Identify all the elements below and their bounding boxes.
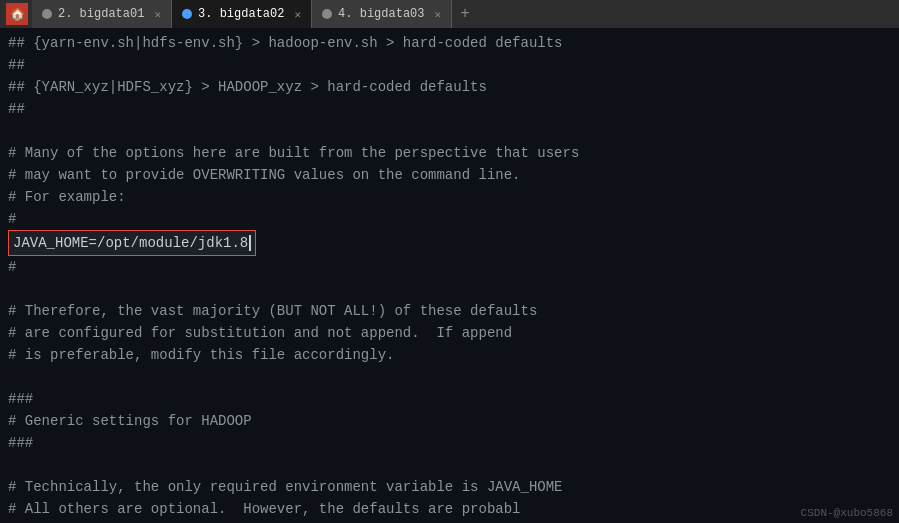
line-18: # Generic settings for HADOOP (8, 410, 891, 432)
java-home-line: JAVA_HOME=/opt/module/jdk1.8 (8, 230, 256, 256)
line-1: ## {yarn-env.sh|hdfs-env.sh} > hadoop-en… (8, 32, 891, 54)
line-9: # (8, 208, 891, 230)
line-text-8: # For example: (8, 186, 126, 208)
line-19: ### (8, 432, 891, 454)
line-text-12 (8, 278, 16, 300)
line-14: # are configured for substitution and no… (8, 322, 891, 344)
line-2: ## (8, 54, 891, 76)
line-3: ## {YARN_xyz|HDFS_xyz} > HADOOP_xyz > ha… (8, 76, 891, 98)
tab-close-3[interactable]: ✕ (435, 8, 442, 21)
line-text-20 (8, 454, 16, 476)
tab-label-1: 2. bigdata01 (58, 7, 144, 21)
line-22: # All others are optional. However, the … (8, 498, 891, 520)
line-text-22: # All others are optional. However, the … (8, 498, 520, 520)
line-text-1: ## {yarn-env.sh|hdfs-env.sh} > hadoop-en… (8, 32, 563, 54)
line-text-6: # Many of the options here are built fro… (8, 142, 579, 164)
tab-close-1[interactable]: ✕ (154, 8, 161, 21)
line-text-17: ### (8, 388, 33, 410)
line-text-18: # Generic settings for HADOOP (8, 410, 252, 432)
tab-label-3: 4. bigdata03 (338, 7, 424, 21)
tab-bigdata02[interactable]: 3. bigdata02 ✕ (172, 0, 312, 28)
tab-icon-2 (182, 9, 192, 19)
line-4: ## (8, 98, 891, 120)
watermark: CSDN-@xubo5868 (801, 507, 893, 519)
line-21: # Technically, the only required environ… (8, 476, 891, 498)
titlebar-left: 🏠 (0, 3, 32, 25)
line-16 (8, 366, 891, 388)
line-text-14: # are configured for substitution and no… (8, 322, 512, 344)
home-icon[interactable]: 🏠 (6, 3, 28, 25)
main-window: 🏠 2. bigdata01 ✕ 3. bigdata02 ✕ 4. bigda… (0, 0, 899, 523)
content-area: ## {yarn-env.sh|hdfs-env.sh} > hadoop-en… (0, 28, 899, 523)
line-11: # (8, 256, 891, 278)
tab-icon-1 (42, 9, 52, 19)
line-text-21: # Technically, the only required environ… (8, 476, 563, 498)
line-text-5 (8, 120, 16, 142)
line-20 (8, 454, 891, 476)
text-cursor (249, 235, 251, 251)
line-text-11: # (8, 256, 16, 278)
line-text-19: ### (8, 432, 33, 454)
line-text-3: ## {YARN_xyz|HDFS_xyz} > HADOOP_xyz > ha… (8, 76, 487, 98)
line-text-7: # may want to provide OVERWRITING values… (8, 164, 520, 186)
line-10-highlighted: JAVA_HOME=/opt/module/jdk1.8 (8, 230, 891, 256)
titlebar: 🏠 2. bigdata01 ✕ 3. bigdata02 ✕ 4. bigda… (0, 0, 899, 28)
line-17: ### (8, 388, 891, 410)
line-text-9: # (8, 208, 16, 230)
tab-bigdata01[interactable]: 2. bigdata01 ✕ (32, 0, 172, 28)
tab-label-2: 3. bigdata02 (198, 7, 284, 21)
line-12 (8, 278, 891, 300)
line-text-4: ## (8, 98, 25, 120)
tab-close-2[interactable]: ✕ (294, 8, 301, 21)
line-15: # is preferable, modify this file accord… (8, 344, 891, 366)
new-tab-button[interactable]: + (452, 0, 478, 28)
line-8: # For example: (8, 186, 891, 208)
line-text-15: # is preferable, modify this file accord… (8, 344, 394, 366)
line-text-16 (8, 366, 16, 388)
line-6: # Many of the options here are built fro… (8, 142, 891, 164)
code-editor[interactable]: ## {yarn-env.sh|hdfs-env.sh} > hadoop-en… (0, 28, 899, 523)
line-7: # may want to provide OVERWRITING values… (8, 164, 891, 186)
line-5 (8, 120, 891, 142)
tab-icon-3 (322, 9, 332, 19)
tab-bigdata03[interactable]: 4. bigdata03 ✕ (312, 0, 452, 28)
tabs-container: 2. bigdata01 ✕ 3. bigdata02 ✕ 4. bigdata… (32, 0, 478, 28)
line-13: # Therefore, the vast majority (BUT NOT … (8, 300, 891, 322)
line-text-2: ## (8, 54, 25, 76)
line-text-13: # Therefore, the vast majority (BUT NOT … (8, 300, 537, 322)
